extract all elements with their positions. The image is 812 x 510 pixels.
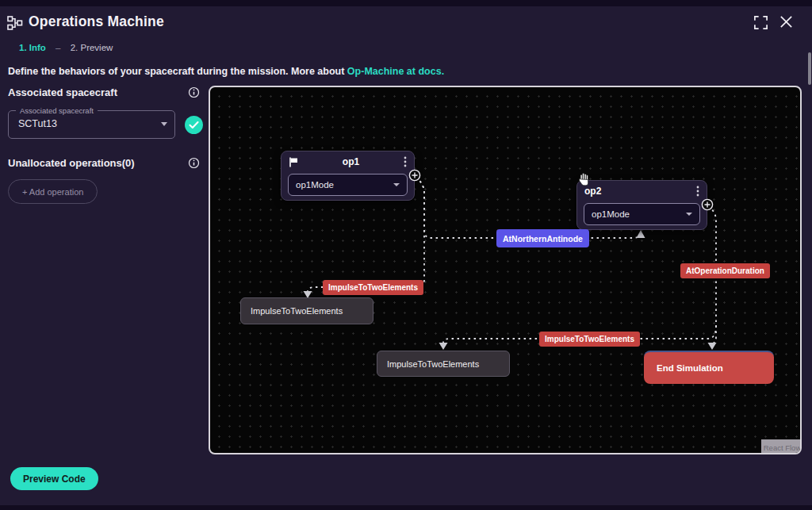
arrowhead-into-impulse2 xyxy=(439,343,448,350)
op1-mode-select[interactable]: op1Mode xyxy=(288,174,408,196)
op1-add-event-handle[interactable] xyxy=(408,169,421,182)
valid-check-icon xyxy=(184,115,204,135)
step-separator: – xyxy=(56,43,60,52)
flag-icon xyxy=(289,157,298,167)
spacecraft-select-label: Associated spacecraft xyxy=(16,106,98,115)
scrollbar-thumb[interactable] xyxy=(808,52,811,85)
impulse-node-2[interactable]: ImpulseToTwoElements xyxy=(377,351,510,377)
react-flow-attribution[interactable]: React Flow xyxy=(761,439,802,454)
chevron-down-icon xyxy=(393,183,400,186)
fullscreen-icon[interactable] xyxy=(753,15,768,31)
edge-label-impulse-1[interactable]: ImpulseToTwoElements xyxy=(323,280,423,295)
chevron-down-icon xyxy=(161,122,167,126)
spacecraft-info-icon[interactable] xyxy=(188,86,200,98)
impulse-node-1[interactable]: ImpulseToTwoElements xyxy=(240,297,373,324)
op1-node-header: op1 xyxy=(282,151,414,172)
kebab-menu-icon[interactable] xyxy=(696,186,699,197)
operations-machine-icon xyxy=(7,15,23,31)
kebab-menu-icon[interactable] xyxy=(404,156,407,167)
preview-code-button[interactable]: Preview Code xyxy=(10,467,98,490)
spacecraft-select-value: SCTut13 xyxy=(18,118,57,129)
edge-label-at-northern-antinode[interactable]: AtNorthernAntinode xyxy=(496,229,589,247)
step-info[interactable]: 1. Info xyxy=(19,43,46,52)
unallocated-operations-heading: Unallocated operations(0) xyxy=(8,157,135,169)
chevron-down-icon xyxy=(686,213,692,216)
operations-info-icon[interactable] xyxy=(188,157,200,169)
edge-label-at-operation-duration[interactable]: AtOperationDuration xyxy=(680,263,770,278)
end-simulation-node[interactable]: End Simulation xyxy=(644,351,774,384)
description: Define the behaviors of your spacecraft … xyxy=(8,66,444,77)
stepper: 1. Info – 2. Preview xyxy=(19,43,113,52)
op2-mode-value: op1Mode xyxy=(592,209,630,219)
step-preview[interactable]: 2. Preview xyxy=(71,43,113,52)
op2-node[interactable]: op2 op1Mode xyxy=(576,180,707,230)
op2-add-event-handle[interactable] xyxy=(701,198,714,211)
arrowhead-into-end xyxy=(708,343,717,350)
dialog-title: Operations Machine xyxy=(29,13,164,30)
close-icon[interactable] xyxy=(778,14,794,30)
docs-link[interactable]: Op-Machine at docs. xyxy=(347,66,444,77)
add-operation-button[interactable]: + Add operation xyxy=(8,179,98,204)
op2-node-header: op2 xyxy=(577,181,707,201)
op1-mode-value: op1Mode xyxy=(296,180,334,190)
spacecraft-select[interactable]: Associated spacecraft SCTut13 xyxy=(8,110,175,139)
op1-node[interactable]: op1 op1Mode xyxy=(281,151,415,201)
op2-title: op2 xyxy=(584,186,601,197)
page-background: Operations Machine 1. Info – 2. Preview … xyxy=(0,0,812,510)
description-text: Define the behaviors of your spacecraft … xyxy=(8,66,347,77)
op1-title: op1 xyxy=(303,156,399,167)
associated-spacecraft-heading: Associated spacecraft xyxy=(8,86,117,98)
arrowhead-into-op2 xyxy=(637,230,645,238)
flow-canvas[interactable]: op1 op1Mode op2 op1Mode xyxy=(209,86,802,454)
op2-mode-select[interactable]: op1Mode xyxy=(584,203,700,225)
edge-label-impulse-2[interactable]: ImpulseToTwoElements xyxy=(539,332,640,347)
